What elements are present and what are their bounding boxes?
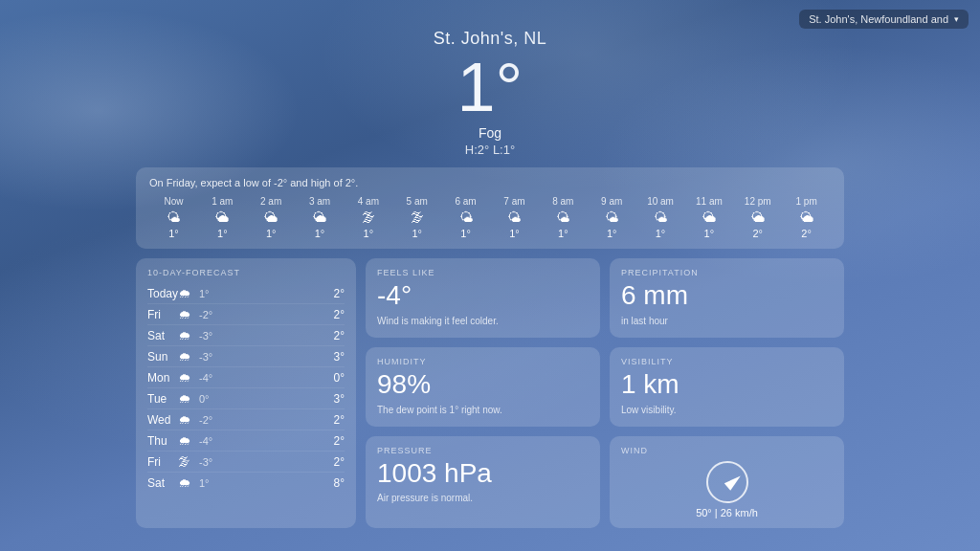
hour-temp: 2° <box>752 228 763 239</box>
hour-icon: 🌥 <box>751 209 765 225</box>
forecast-day: Tue <box>147 392 178 406</box>
hour-temp: 1° <box>460 228 471 239</box>
hour-temp: 1° <box>607 228 617 239</box>
forecast-low: -3° <box>199 456 334 468</box>
hour-label: 1 pm <box>795 196 816 207</box>
forecast-low: 0° <box>199 393 334 405</box>
right-panels: FEELS LIKE -4° Wind is making it feel co… <box>366 258 844 528</box>
hour-item: 8 am 🌤 1° <box>539 196 588 239</box>
forecast-day: Today <box>147 287 178 300</box>
forecast-weather-icon: 🌧 <box>178 412 199 427</box>
forecast-weather-icon: 🌧 <box>178 349 199 364</box>
hour-temp: 1° <box>315 228 325 239</box>
precipitation-panel: PRECIPITATION 6 mm in last hour <box>610 258 844 338</box>
hour-icon: 🌤 <box>605 209 618 225</box>
forecast-weather-icon: 🌧 <box>178 370 199 385</box>
humidity-desc: The dew point is 1° right now. <box>377 404 589 417</box>
bottom-grid: 10-DAY-FORECAST Today 🌧 1° 2° Fri 🌧 -2° … <box>136 258 844 528</box>
hour-temp: 1° <box>217 228 228 239</box>
visibility-desc: Low visibility. <box>621 404 833 417</box>
forecast-row: Fri 🌫 -3° 2° <box>147 452 345 473</box>
forecast-low: -3° <box>199 351 334 363</box>
forecast-low: -3° <box>199 330 334 342</box>
hour-temp: 1° <box>656 228 666 239</box>
wind-label: WIND <box>621 446 833 455</box>
forecast-day: Fri <box>147 308 178 321</box>
forecast-high: 2° <box>334 308 345 321</box>
forecast-row: Tue 🌧 0° 3° <box>147 388 345 409</box>
feels-like-label: FEELS LIKE <box>377 268 589 277</box>
forecast-low: -2° <box>199 414 334 426</box>
hour-temp: 2° <box>801 228 812 239</box>
forecast-day: Fri <box>147 455 178 469</box>
forecast-high: 2° <box>334 329 345 342</box>
forecast-high: 8° <box>334 476 345 490</box>
hour-item: 10 am 🌤 1° <box>636 196 685 239</box>
compass-arrow-icon <box>724 472 743 490</box>
location-dropdown[interactable]: St. John's, Newfoundland and ▾ <box>799 10 969 29</box>
hourly-alert: On Friday, expect a low of -2° and high … <box>149 177 831 188</box>
hour-label: 5 am <box>407 196 428 207</box>
hour-temp: 1° <box>558 228 568 239</box>
content-area: On Friday, expect a low of -2° and high … <box>136 167 844 528</box>
hour-label: 11 am <box>696 196 723 207</box>
hour-temp: 1° <box>412 228 422 239</box>
hour-label: 12 pm <box>745 196 771 207</box>
forecast-high: 0° <box>334 371 345 385</box>
visibility-panel: VISIBILITY 1 km Low visibility. <box>610 347 844 427</box>
forecast-weather-icon: 🌧 <box>178 307 199 321</box>
visibility-label: VISIBILITY <box>621 357 833 366</box>
forecast-high: 2° <box>334 413 345 427</box>
forecast-row: Sat 🌧 -3° 2° <box>147 325 345 346</box>
forecast-row: Today 🌧 1° 2° <box>147 283 345 304</box>
pressure-panel: PRESSURE 1003 hPa Air pressure is normal… <box>366 436 600 528</box>
city-name: St. John's, NL <box>0 29 980 49</box>
forecast-high: 2° <box>334 434 345 448</box>
forecast-row: Fri 🌧 -2° 2° <box>147 304 345 325</box>
forecast-label: 10-DAY-FORECAST <box>147 268 345 277</box>
forecast-weather-icon: 🌧 <box>178 286 199 300</box>
hi-lo: H:2° L:1° <box>0 143 980 157</box>
forecast-row: Mon 🌧 -4° 0° <box>147 367 345 388</box>
high-temp: H:2° <box>465 143 489 157</box>
pressure-value: 1003 hPa <box>377 459 589 489</box>
pressure-desc: Air pressure is normal. <box>377 492 589 505</box>
hourly-scroll: Now 🌤 1° 1 am 🌥 1° 2 am 🌥 1° 3 am 🌥 1° 4… <box>149 196 831 239</box>
hour-icon: 🌤 <box>654 209 667 225</box>
hour-item: 2 am 🌥 1° <box>247 196 296 239</box>
hour-icon: 🌤 <box>459 209 473 225</box>
forecast-high: 2° <box>334 455 345 469</box>
forecast-weather-icon: 🌧 <box>178 328 199 342</box>
humidity-value: 98% <box>377 370 589 400</box>
hour-temp: 1° <box>168 228 179 239</box>
hour-item: Now 🌤 1° <box>149 196 198 239</box>
hourly-banner: On Friday, expect a low of -2° and high … <box>136 167 844 249</box>
forecast-weather-icon: 🌧 <box>178 391 199 406</box>
main-temperature: 1° <box>0 53 980 121</box>
hour-temp: 1° <box>509 228 520 239</box>
hour-label: 4 am <box>358 196 379 207</box>
condition-label: Fog <box>0 125 980 141</box>
low-temp: L:1° <box>493 143 515 157</box>
precipitation-label: PRECIPITATION <box>621 268 833 277</box>
hour-label: 8 am <box>552 196 573 207</box>
forecast-weather-icon: 🌧 <box>178 433 199 448</box>
wind-panel: WIND 50° | 26 km/h <box>610 436 844 528</box>
hour-label: 2 am <box>260 196 281 207</box>
forecast-high: 2° <box>334 287 345 300</box>
forecast-panel: 10-DAY-FORECAST Today 🌧 1° 2° Fri 🌧 -2° … <box>136 258 356 528</box>
forecast-day: Mon <box>147 371 178 385</box>
forecast-low: -4° <box>199 372 334 384</box>
hour-item: 7 am 🌤 1° <box>490 196 539 239</box>
forecast-day: Thu <box>147 434 178 448</box>
forecast-day: Sat <box>147 329 178 342</box>
location-label: St. John's, Newfoundland and <box>809 13 948 25</box>
hour-icon: 🌥 <box>800 209 813 225</box>
forecast-row: Sun 🌧 -3° 3° <box>147 346 345 367</box>
forecast-weather-icon: 🌫 <box>178 454 199 469</box>
hour-icon: 🌫 <box>411 209 424 225</box>
forecast-low: 1° <box>199 477 334 489</box>
humidity-panel: HUMIDITY 98% The dew point is 1° right n… <box>366 347 600 427</box>
forecast-day: Wed <box>147 413 178 427</box>
hour-item: 3 am 🌥 1° <box>296 196 345 239</box>
